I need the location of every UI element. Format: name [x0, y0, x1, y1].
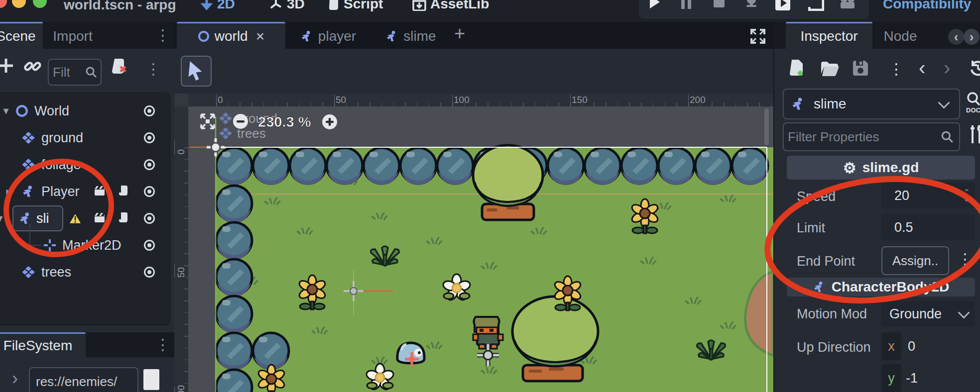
save-icon[interactable]: [852, 60, 869, 77]
movie-maker-button[interactable]: [839, 0, 856, 10]
inspector-menu-icon[interactable]: ⋮: [889, 62, 904, 77]
inspector-filter-input[interactable]: [784, 129, 940, 145]
collapse-icon[interactable]: ▾: [0, 212, 6, 225]
dock-next-icon[interactable]: ›: [964, 29, 980, 45]
play-button[interactable]: [646, 0, 663, 10]
tree-row-trees[interactable]: trees: [0, 259, 169, 286]
spinner-icon[interactable]: ⌃⌄: [964, 189, 970, 202]
tab-scene-player[interactable]: player: [291, 23, 365, 49]
script-section-header[interactable]: ⚙ slime.gd: [787, 156, 975, 180]
editable-children-icon[interactable]: [93, 212, 106, 225]
tilemap-icon: [22, 131, 35, 144]
tree-row-player[interactable]: ▸ Player: [0, 178, 169, 205]
zoom-out-button[interactable]: [233, 114, 248, 129]
renderer-selector[interactable]: Compatibility: [883, 0, 971, 12]
scene-tab-strip: world × player slime +: [174, 22, 773, 49]
fs-forward-icon[interactable]: ›: [12, 368, 18, 389]
2d-icon: [200, 0, 213, 11]
marker2d-icon: [43, 239, 56, 252]
sunflower: [553, 276, 582, 310]
endpoint-options-icon[interactable]: ⋮: [958, 252, 973, 267]
tree-row-ground[interactable]: ground: [0, 124, 169, 151]
node-selector[interactable]: slime: [783, 89, 960, 119]
x-component-value[interactable]: 0: [908, 339, 915, 354]
visibility-icon[interactable]: [143, 158, 156, 171]
canvas-2d[interactable]: ground trees 230.3 %: [188, 106, 773, 392]
title-bar: world.tscn - arpg 2D 3D Script AssetLib: [0, 0, 980, 22]
history-back-icon[interactable]: ‹: [919, 57, 925, 79]
zoom-level-label[interactable]: 230.3 %: [258, 114, 311, 130]
history-icon[interactable]: [970, 60, 980, 77]
gear-icon: ⚙: [843, 159, 857, 177]
class-section-header[interactable]: CharacterBody2D: [787, 278, 975, 296]
motion-mode-dropdown[interactable]: Grounde: [881, 301, 975, 327]
visibility-icon[interactable]: [143, 185, 156, 198]
warning-icon[interactable]: [68, 212, 82, 225]
tab-scene-world[interactable]: world ×: [177, 22, 285, 49]
fs-path-box[interactable]: res://enemies/: [29, 367, 138, 392]
tab-inspector[interactable]: Inspector: [786, 22, 872, 49]
property-tools-icon[interactable]: [969, 124, 980, 144]
character-icon: [385, 30, 398, 42]
add-node-icon[interactable]: [0, 57, 15, 75]
close-tab-icon[interactable]: ×: [256, 28, 265, 45]
play-custom-scene-button[interactable]: [808, 0, 824, 11]
tab-filesystem[interactable]: FileSystem: [0, 332, 86, 357]
assign-button[interactable]: Assign..: [881, 246, 949, 275]
expand-icon[interactable]: ▸: [2, 185, 15, 198]
fs-drag-preview: [143, 369, 159, 390]
filesystem-menu-icon[interactable]: ⋮: [155, 337, 170, 352]
tree-row-world[interactable]: ▾ World: [0, 98, 169, 124]
macos-minimize-button[interactable]: [12, 0, 26, 8]
collapse-icon[interactable]: ▾: [0, 104, 12, 117]
pause-button[interactable]: [679, 0, 694, 10]
main-screen-2d-button[interactable]: 2D: [200, 0, 235, 12]
select-tool-button[interactable]: [181, 56, 212, 87]
stop-button[interactable]: [712, 0, 727, 10]
tab-scene-slime[interactable]: slime: [376, 23, 446, 49]
tree-row-marker2d[interactable]: Marker2D: [0, 232, 169, 259]
tab-scene[interactable]: Scene: [0, 22, 43, 49]
script-icon[interactable]: [117, 211, 130, 225]
macos-zoom-button[interactable]: [33, 0, 47, 8]
main-screen-script-button[interactable]: Script: [328, 0, 383, 12]
macos-close-button[interactable]: [0, 0, 7, 8]
limit-spinbox[interactable]: 0.5: [881, 214, 975, 240]
detach-script-icon[interactable]: [111, 58, 128, 75]
history-forward-icon[interactable]: ›: [944, 57, 950, 79]
tab-node[interactable]: Node: [875, 23, 925, 49]
tree-row-slime-renaming[interactable]: ▾ sli: [0, 205, 169, 232]
visibility-icon[interactable]: [143, 131, 156, 144]
scene-filter-input[interactable]: [49, 65, 85, 80]
load-resource-icon[interactable]: [820, 61, 839, 77]
scene-tree-menu-icon[interactable]: ⋮: [146, 62, 161, 77]
visibility-icon[interactable]: [143, 266, 156, 279]
tilemap-icon: [22, 158, 35, 171]
expand-viewport-icon[interactable]: [749, 28, 766, 45]
visibility-icon[interactable]: [143, 104, 156, 117]
scene-dock-menu-icon[interactable]: ⋮: [155, 28, 170, 43]
search-icon: [940, 130, 954, 144]
3d-icon: [269, 0, 283, 11]
tree-row-foliage[interactable]: foliage: [0, 151, 169, 178]
dock-prev-icon[interactable]: ‹: [948, 29, 964, 45]
new-resource-icon[interactable]: [789, 59, 806, 78]
character-icon: [21, 185, 35, 198]
vertical-scrollbar[interactable]: [764, 108, 769, 145]
remote-debug-button[interactable]: [743, 0, 759, 10]
main-screen-assetlib-button[interactable]: AssetLib: [412, 0, 489, 12]
instantiate-scene-icon[interactable]: [23, 57, 42, 76]
y-component-value[interactable]: -1: [906, 371, 918, 386]
editable-children-icon[interactable]: [93, 185, 106, 198]
zoom-in-button[interactable]: [322, 114, 337, 129]
docs-search-icon[interactable]: DOC: [966, 92, 980, 113]
speed-spinbox[interactable]: 20 ⌃⌄: [881, 183, 975, 208]
main-screen-3d-button[interactable]: 3D: [269, 0, 305, 12]
visibility-icon[interactable]: [143, 239, 156, 252]
new-scene-tab-button[interactable]: +: [454, 23, 465, 44]
script-icon[interactable]: [117, 185, 130, 198]
play-scene-button[interactable]: [774, 0, 791, 11]
visibility-icon[interactable]: [143, 212, 156, 225]
tab-import[interactable]: Import: [44, 23, 102, 49]
tree-connector: [29, 224, 41, 246]
